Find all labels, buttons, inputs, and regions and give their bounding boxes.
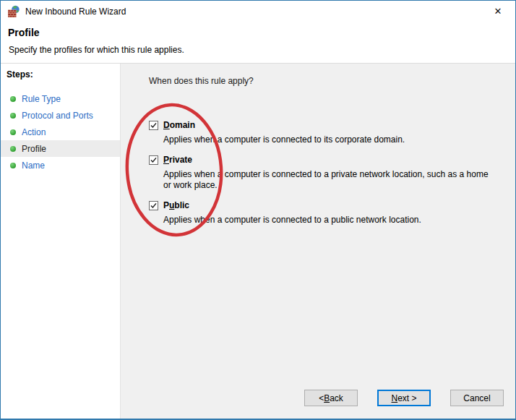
- domain-checkbox[interactable]: [149, 121, 158, 130]
- sidebar-item-name[interactable]: Name: [1, 157, 120, 173]
- step-bullet-icon: [10, 129, 16, 135]
- public-label: Public: [163, 200, 189, 210]
- close-icon[interactable]: ✕: [486, 1, 509, 22]
- private-description: Applies when a computer is connected to …: [163, 169, 492, 191]
- page-title: Profile: [8, 27, 508, 38]
- profile-step-content: When does this rule apply? Domain Applie…: [121, 64, 515, 419]
- next-button[interactable]: Next >: [377, 390, 431, 406]
- domain-option: Domain Applies when a computer is connec…: [149, 120, 504, 145]
- sidebar-item-rule-type[interactable]: Rule Type: [1, 90, 120, 107]
- step-label: Profile: [22, 144, 46, 154]
- steps-heading: Steps:: [1, 69, 120, 80]
- step-bullet-icon: [10, 113, 16, 119]
- step-label: Action: [22, 127, 46, 137]
- step-label: Name: [22, 160, 45, 171]
- step-label: Protocol and Ports: [22, 111, 93, 121]
- wizard-header: Profile Specify the profiles for which t…: [1, 22, 515, 64]
- step-bullet-icon: [10, 96, 16, 102]
- step-bullet-icon: [10, 146, 16, 152]
- back-button[interactable]: < Back: [304, 390, 358, 406]
- wizard-body: Steps: Rule Type Protocol and Ports Acti…: [1, 64, 515, 419]
- private-label: Private: [163, 155, 192, 165]
- steps-sidebar: Steps: Rule Type Protocol and Ports Acti…: [1, 64, 121, 419]
- sidebar-item-protocol-and-ports[interactable]: Protocol and Ports: [1, 107, 120, 124]
- private-option: Private Applies when a computer is conne…: [149, 155, 504, 191]
- sidebar-item-action[interactable]: Action: [1, 124, 120, 140]
- public-option: Public Applies when a computer is connec…: [149, 200, 504, 226]
- window-title: New Inbound Rule Wizard: [25, 7, 126, 17]
- cancel-button[interactable]: Cancel: [450, 390, 504, 406]
- titlebar: New Inbound Rule Wizard ✕: [1, 1, 515, 22]
- page-subtitle: Specify the profiles for which this rule…: [9, 45, 508, 55]
- wizard-window: New Inbound Rule Wizard ✕ Profile Specif…: [0, 0, 516, 420]
- step-bullet-icon: [10, 163, 16, 168]
- public-description: Applies when a computer is connected to …: [163, 215, 492, 226]
- firewall-icon: [7, 5, 20, 18]
- domain-description: Applies when a computer is connected to …: [163, 134, 492, 145]
- sidebar-item-profile[interactable]: Profile: [1, 140, 120, 157]
- step-label: Rule Type: [22, 94, 61, 104]
- public-checkbox[interactable]: [149, 201, 158, 210]
- domain-label: Domain: [163, 120, 195, 130]
- question-text: When does this rule apply?: [149, 76, 504, 86]
- wizard-buttons: < Back Next > Cancel: [304, 390, 504, 406]
- private-checkbox[interactable]: [149, 155, 158, 165]
